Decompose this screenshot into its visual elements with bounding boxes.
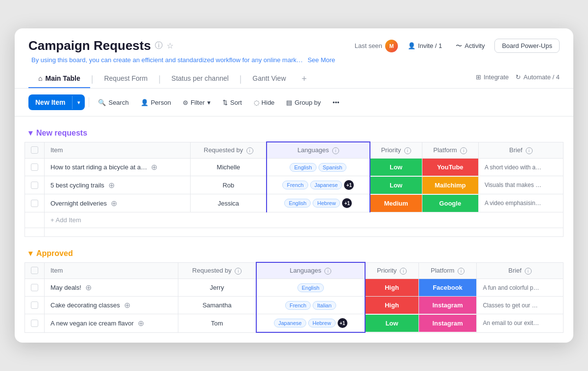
table-wrapper-new-requests: Item Requested by i Languages i Priority… [15,141,573,237]
requested-by-cell: Tom [178,314,256,333]
languages-cell: English Hebrew +1 [267,194,370,212]
add-row-button[interactable]: ⊕ [138,319,144,328]
lang-tags: French Japanese +1 [273,180,364,190]
filter-button[interactable]: ⊜ Filter ▾ [178,96,216,109]
automate-icon: ↻ [515,73,521,81]
group-by-button[interactable]: ▤ Group by [281,96,325,109]
checkbox[interactable] [31,163,38,171]
group-header-approved[interactable]: ▾ Approved [15,245,573,262]
tab-status-per-channel[interactable]: Status per channel [162,70,239,88]
col-brief-header-approved: Brief i [477,262,564,279]
priority-cell: Medium [370,194,422,212]
lang-tag-french[interactable]: French [285,301,311,310]
person-button[interactable]: 👤 Person [136,96,176,109]
requested-by-cell: Jerry [178,279,256,297]
col-languages-header-approved: Languages i [256,262,365,279]
priority-badge: High [366,279,418,296]
lang-tag-french[interactable]: French [282,181,308,189]
languages-cell: French Japanese +1 [267,176,370,194]
hide-icon: ◌ [254,99,259,106]
header-checkbox[interactable] [31,146,38,154]
add-row-button[interactable]: ⊕ [108,181,115,190]
star-icon[interactable]: ☆ [167,41,173,50]
lang-tag-italian[interactable]: Italian [313,301,336,310]
info-icon-brief[interactable]: i [526,147,533,154]
activity-button[interactable]: 〜 Activity [452,40,489,52]
platform-badge: Instagram [419,315,477,332]
more-langs-badge[interactable]: +1 [338,318,347,328]
info-icon[interactable]: i [235,268,242,275]
filter-icon: ⊜ [183,99,188,106]
col-requested-by-header: Requested by i [191,142,267,159]
sort-button[interactable]: ⇅ Sort [218,96,247,109]
info-icon[interactable]: ⓘ [155,41,163,51]
lang-tag-hebrew[interactable]: Hebrew [308,319,336,327]
group-header-new-requests[interactable]: ▾ New requests [15,124,573,141]
checkbox[interactable] [31,200,38,207]
add-row-button[interactable]: ⊕ [124,301,130,310]
priority-cell: High [365,279,418,297]
item-cell: How to start riding a bicycle at a… ⊕ [45,159,191,176]
automate-button[interactable]: ↻ Automate / 4 [515,73,560,81]
item-cell: May deals! ⊕ [45,279,178,297]
item-name-text: How to start riding a bicycle at a… [50,163,147,171]
more-langs-badge[interactable]: +1 [344,180,354,190]
info-icon[interactable]: i [246,147,253,154]
platform-badge: YouTube [422,159,478,176]
chevron-down-icon-approved: ▾ [28,249,32,258]
info-icon-priority[interactable]: i [400,268,407,275]
hide-button[interactable]: ◌ Hide [249,96,280,109]
checkbox[interactable] [31,320,38,327]
lang-tag-english[interactable]: English [290,163,316,172]
header-checkbox[interactable] [31,267,38,274]
lang-tag-japanese[interactable]: Japanese [274,319,306,327]
group-icon: ▤ [286,99,292,106]
lang-tag-japanese[interactable]: Japanese [310,181,343,189]
more-options-button[interactable]: ••• [328,96,344,109]
add-item-row[interactable]: + Add Item [25,212,564,228]
more-langs-badge[interactable]: +1 [342,198,352,208]
tab-main-table[interactable]: ⌂ Main Table [28,70,90,88]
lang-tag-english[interactable]: English [284,199,311,208]
tabs-left: ⌂ Main Table | Request Form | Status per… [28,70,313,88]
lang-tag-hebrew[interactable]: Hebrew [313,199,340,208]
platform-cell: Google [422,194,478,212]
info-icon-platform[interactable]: i [460,147,467,154]
lang-tag-spanish[interactable]: Spanish [318,163,347,172]
new-item-dropdown-arrow[interactable]: ▾ [72,96,85,109]
home-icon: ⌂ [38,74,42,82]
info-icon-brief[interactable]: i [525,268,532,275]
col-brief-header: Brief i [478,142,563,159]
platform-cell: Mailchimp [422,176,478,194]
add-item-label[interactable]: + Add Item [45,212,564,228]
info-icon-priority[interactable]: i [404,147,411,154]
invite-button[interactable]: 👤 Invite / 1 [404,40,446,51]
tab-separator-2: | [157,74,162,84]
board-powerups-button[interactable]: Board Power-Ups [494,39,560,53]
col-priority-header: Priority i [370,142,422,159]
see-more-link[interactable]: See More [308,56,335,64]
search-button[interactable]: 🔍 Search [93,96,133,109]
checkbox[interactable] [31,284,38,291]
integrate-button[interactable]: ⊞ Integrate [476,73,509,81]
toolbar-separator [89,97,89,107]
table-row: 5 best cycling trails ⊕ Rob French Japan… [25,176,564,194]
brief-cell: Classes to get our … [477,297,564,314]
tabs-right: ⊞ Integrate ↻ Automate / 4 [476,73,560,85]
checkbox[interactable] [31,301,38,309]
new-item-button[interactable]: New Item ▾ [28,94,85,110]
add-row-button[interactable]: ⊕ [111,199,117,208]
info-icon-lang[interactable]: i [332,147,339,154]
add-row-button[interactable]: ⊕ [151,162,157,172]
add-row-button[interactable]: ⊕ [85,283,92,292]
tab-gantt-view[interactable]: Gantt View [243,70,295,88]
info-icon-platform[interactable]: i [458,268,465,275]
tab-request-form[interactable]: Request Form [94,70,157,88]
lang-tag-english[interactable]: English [297,283,324,292]
tab-add-button[interactable]: + [296,70,313,88]
col-priority-header-approved: Priority i [365,262,418,279]
languages-cell: French Italian [256,297,365,314]
brief-cell: Visuals that makes … [478,176,563,194]
info-icon-lang[interactable]: i [324,268,331,275]
checkbox[interactable] [31,182,38,189]
